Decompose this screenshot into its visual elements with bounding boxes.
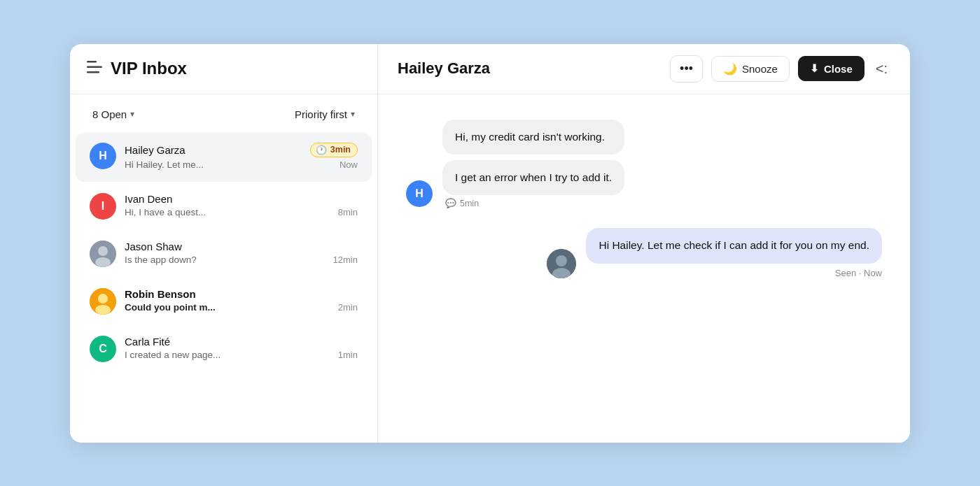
conv-content-carla: Carla Fité I created a new page... 1min (125, 336, 358, 362)
avatar-jason (90, 241, 116, 267)
filter-bar: 8 Open ▾ Priority first ▾ (70, 94, 377, 129)
avatar-hailey: H (90, 143, 116, 169)
conv-preview-jason: Is the app down? (125, 255, 197, 265)
conversation-item-jason[interactable]: Jason Shaw Is the app down? 12min (76, 231, 372, 277)
avatar-robin (90, 288, 116, 315)
conv-time-jason: 12min (333, 255, 358, 265)
sidebar-header: VIP Inbox (70, 44, 378, 94)
chat-messages: H Hi, my credit card isn't working. I ge… (378, 94, 910, 443)
message-bubble-2: I get an error when I try to add it. (442, 160, 624, 195)
close-icon: ⬇ (810, 62, 819, 75)
menu-icon[interactable] (87, 61, 102, 77)
priority-filter-pill[interactable]: Priority first ▾ (289, 106, 360, 123)
conv-preview-robin: Could you point m... (125, 302, 216, 313)
svg-rect-0 (87, 61, 97, 63)
conv-name-jason: Jason Shaw (125, 241, 182, 252)
sidebar-title: VIP Inbox (111, 59, 187, 78)
close-button[interactable]: ⬇ Close (798, 56, 864, 81)
conv-name-hailey: Hailey Garza (125, 144, 186, 156)
conv-preview-ivan: Hi, I have a quest... (125, 207, 206, 217)
snooze-icon: 🌙 (723, 62, 737, 76)
snooze-button[interactable]: 🌙 Snooze (711, 56, 790, 82)
conversation-item-carla[interactable]: C Carla Fité I created a new page... 1mi… (76, 326, 372, 372)
incoming-messages: Hi, my credit card isn't working. I get … (442, 120, 624, 209)
conv-name-ivan: Ivan Deen (125, 193, 172, 205)
conv-time-carla: 1min (338, 350, 358, 360)
customer-avatar-chat: H (406, 180, 433, 207)
svg-point-10 (556, 255, 567, 266)
svg-point-5 (95, 257, 111, 267)
chat-contact-name: Hailey Garza (398, 59, 662, 78)
message-time-2: 5min (460, 199, 479, 208)
main-area: 8 Open ▾ Priority first ▾ H Hailey Garza (70, 94, 910, 443)
top-bar: VIP Inbox Hailey Garza ••• 🌙 Snooze ⬇ Cl… (70, 44, 910, 94)
avatar-ivan: I (90, 193, 116, 220)
conv-name-robin: Robin Benson (125, 288, 196, 300)
conv-content-jason: Jason Shaw Is the app down? 12min (125, 241, 358, 267)
conversations-list: H Hailey Garza 🕐 3min (70, 129, 377, 443)
message-seen-status: Seen · Now (586, 268, 882, 278)
conv-content-robin: Robin Benson Could you point m... 2min (125, 288, 358, 315)
conv-content-hailey: Hailey Garza 🕐 3min Hi Hailey. Let me...… (125, 143, 358, 172)
open-filter-pill[interactable]: 8 Open ▾ (87, 106, 140, 123)
sidebar: 8 Open ▾ Priority first ▾ H Hailey Garza (70, 94, 378, 443)
conv-content-ivan: Ivan Deen Hi, I have a quest... 8min (125, 193, 358, 220)
svg-point-7 (98, 294, 108, 303)
message-bubble-3: Hi Hailey. Let me check if I can add it … (586, 228, 882, 263)
svg-point-4 (98, 246, 108, 256)
open-chevron-icon: ▾ (130, 109, 134, 119)
clock-icon: 🕐 (316, 145, 327, 155)
conv-time-ivan: 8min (338, 207, 358, 217)
agent-avatar-chat (547, 249, 576, 278)
more-options-button[interactable]: ••• (670, 55, 703, 83)
collapse-panel-button[interactable]: <: (873, 55, 890, 83)
svg-rect-2 (87, 71, 99, 73)
chat-panel: H Hi, my credit card isn't working. I ge… (378, 94, 910, 443)
svg-rect-1 (87, 66, 102, 68)
message-bubble-1: Hi, my credit card isn't working. (442, 120, 624, 155)
svg-point-8 (95, 305, 111, 315)
conv-preview-carla: I created a new page... (125, 350, 220, 360)
priority-badge-hailey: 🕐 3min (310, 143, 358, 157)
priority-chevron-icon: ▾ (351, 109, 355, 119)
chat-header: Hailey Garza ••• 🌙 Snooze ⬇ Close <: (378, 55, 910, 83)
conv-preview-hailey: Hi Hailey. Let me... (125, 159, 204, 170)
conv-name-carla: Carla Fité (125, 336, 170, 348)
app-container: VIP Inbox Hailey Garza ••• 🌙 Snooze ⬇ Cl… (70, 44, 910, 443)
message-icon: 💬 (445, 198, 456, 208)
message-meta-2: 💬 5min (442, 198, 624, 208)
avatar-carla: C (90, 336, 116, 362)
conv-time-hailey: Now (340, 159, 358, 170)
conv-time-robin: 2min (338, 302, 358, 313)
outgoing-message-wrapper: Hi Hailey. Let me check if I can add it … (586, 228, 882, 278)
conversation-item-ivan[interactable]: I Ivan Deen Hi, I have a quest... 8min (76, 183, 372, 229)
message-group-incoming: H Hi, my credit card isn't working. I ge… (406, 120, 882, 209)
conversation-item-robin[interactable]: Robin Benson Could you point m... 2min (76, 278, 372, 324)
conversation-item-hailey[interactable]: H Hailey Garza 🕐 3min (76, 133, 372, 182)
message-bubble-2-wrapper: I get an error when I try to add it. 💬 5… (442, 160, 624, 208)
message-group-outgoing: Hi Hailey. Let me check if I can add it … (406, 228, 882, 278)
